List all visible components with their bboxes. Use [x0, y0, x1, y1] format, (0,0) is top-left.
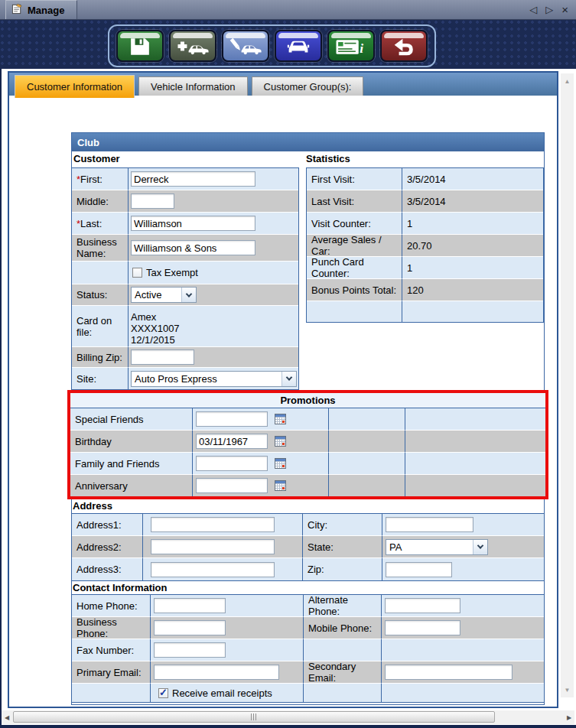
- billing-zip-label: Billing Zip:: [76, 352, 122, 363]
- family-friends-label: Family and Friends: [75, 458, 160, 470]
- back-button[interactable]: [380, 30, 428, 62]
- punch-card-label: Punch Card Counter:: [311, 257, 402, 279]
- calendar-icon[interactable]: [275, 480, 286, 491]
- city-input[interactable]: [386, 517, 473, 532]
- close-icon[interactable]: ×: [561, 4, 568, 15]
- toolbar: i: [0, 20, 576, 69]
- contact-information-heading: Contact Information: [73, 582, 168, 593]
- middle-name-label: Middle:: [76, 196, 109, 207]
- visit-counter-value: 1: [407, 218, 412, 229]
- last-name-input[interactable]: [131, 216, 255, 231]
- contact-information-table: Home Phone: Alternate Phone: Business Ph…: [71, 594, 545, 703]
- fax-number-label: Fax Number:: [76, 645, 134, 656]
- manage-form-icon: [11, 3, 23, 17]
- average-sales-label: Average Sales / Car:: [311, 235, 402, 257]
- status-select[interactable]: Active: [131, 287, 197, 303]
- birthday-date-input[interactable]: [196, 434, 268, 449]
- save-button[interactable]: [116, 30, 164, 62]
- billing-zip-input[interactable]: [131, 349, 194, 365]
- last-visit-label: Last Visit:: [311, 196, 354, 207]
- vertical-scrollbar[interactable]: ▲ ▼: [561, 73, 574, 697]
- site-select[interactable]: Auto Pros Express: [131, 371, 297, 387]
- back-arrow-icon: [392, 34, 415, 59]
- special-friends-date-input[interactable]: [196, 411, 268, 427]
- tax-exempt-checkbox[interactable]: [132, 268, 142, 278]
- first-visit-value: 3/5/2014: [407, 174, 446, 185]
- scroll-down-icon[interactable]: ▼: [561, 684, 574, 696]
- address2-input[interactable]: [151, 539, 275, 554]
- statistics-table: First Visit: 3/5/2014 Last Visit: 3/5/20…: [306, 167, 544, 323]
- window-title: Manage: [28, 5, 64, 16]
- family-friends-date-input[interactable]: [196, 456, 268, 471]
- business-phone-input[interactable]: [154, 620, 226, 635]
- punch-card-value: 1: [407, 262, 412, 274]
- horizontal-scrollbar-thumb[interactable]: [13, 711, 495, 723]
- tab-customer-groups[interactable]: Customer Group(s):: [252, 76, 364, 96]
- nav-prev-icon[interactable]: ◁: [529, 5, 537, 15]
- tab-strip: Customer Information Vehicle Information…: [9, 73, 557, 96]
- home-phone-label: Home Phone:: [76, 600, 138, 612]
- business-name-label: Business Name:: [76, 236, 128, 259]
- visit-counter-label: Visit Counter:: [311, 218, 371, 229]
- add-vehicle-button[interactable]: [169, 30, 216, 62]
- last-visit-value: 3/5/2014: [407, 196, 446, 207]
- toolbar-button-group: i: [108, 24, 436, 67]
- club-header: Club: [72, 133, 544, 151]
- scroll-right-icon[interactable]: ▶: [564, 710, 574, 724]
- tab-customer-information[interactable]: Customer Information: [15, 75, 135, 98]
- add-vehicle-icon: [176, 34, 210, 59]
- bonus-points-label: Bonus Points Total:: [311, 284, 396, 296]
- first-visit-label: First Visit:: [311, 174, 355, 185]
- promotions-heading: Promotions: [70, 393, 545, 408]
- special-friends-label: Special Friends: [75, 414, 144, 425]
- birthday-label: Birthday: [75, 436, 112, 447]
- horizontal-scrollbar[interactable]: ◀ ▶: [2, 710, 574, 724]
- dropdown-arrow-icon: [181, 288, 196, 302]
- zip-input[interactable]: [386, 562, 452, 577]
- business-phone-label: Business Phone:: [76, 617, 150, 639]
- address3-label: Address3:: [76, 564, 122, 575]
- anniversary-date-input[interactable]: [196, 478, 268, 493]
- calendar-icon[interactable]: [275, 436, 286, 447]
- address1-input[interactable]: [151, 517, 275, 532]
- home-phone-input[interactable]: [154, 598, 226, 613]
- vehicle-button[interactable]: [275, 30, 322, 62]
- address-heading: Address: [73, 500, 112, 512]
- nav-next-icon[interactable]: ▷: [545, 5, 553, 15]
- edit-vehicle-button[interactable]: [222, 30, 269, 62]
- alternate-phone-input[interactable]: [385, 598, 460, 613]
- address3-input[interactable]: [151, 562, 275, 577]
- last-name-label: *Last:: [76, 218, 102, 229]
- scroll-left-icon[interactable]: ◀: [2, 710, 12, 724]
- zip-label: Zip:: [308, 564, 324, 575]
- calendar-icon[interactable]: [275, 414, 286, 424]
- primary-email-input[interactable]: [154, 665, 279, 680]
- calendar-icon[interactable]: [275, 458, 286, 469]
- primary-email-label: Primary Email:: [76, 667, 142, 678]
- secondary-email-input[interactable]: [385, 665, 513, 680]
- tax-exempt-label: Tax Exempt: [146, 267, 198, 278]
- receive-email-receipts-checkbox[interactable]: [158, 688, 168, 698]
- address2-label: Address2:: [76, 541, 122, 553]
- dropdown-arrow-icon: [473, 540, 487, 554]
- club-section: Club Customer Statistics *First: Middle:…: [71, 132, 545, 705]
- fax-number-input[interactable]: [154, 642, 226, 658]
- save-floppy-icon: [129, 34, 151, 59]
- business-name-input[interactable]: [131, 240, 255, 255]
- city-label: City:: [308, 519, 327, 531]
- card-on-file-label: Card on file:: [76, 315, 128, 338]
- edit-vehicle-icon: [229, 34, 262, 59]
- middle-name-input[interactable]: [131, 193, 174, 209]
- manage-window-tab[interactable]: Manage: [5, 0, 77, 19]
- window-bottom-border: [0, 725, 576, 728]
- first-name-input[interactable]: [131, 171, 255, 187]
- customer-info-button[interactable]: i: [327, 30, 375, 62]
- scroll-up-icon[interactable]: ▲: [561, 75, 574, 87]
- mobile-phone-label: Mobile Phone:: [308, 622, 372, 634]
- tab-vehicle-information[interactable]: Vehicle Information: [138, 76, 248, 96]
- mobile-phone-input[interactable]: [385, 620, 460, 635]
- alternate-phone-label: Alternate Phone:: [308, 595, 381, 617]
- state-select[interactable]: PA: [386, 539, 488, 555]
- statistics-heading: Statistics: [306, 153, 350, 164]
- secondary-email-label: Secondary Email:: [308, 661, 381, 684]
